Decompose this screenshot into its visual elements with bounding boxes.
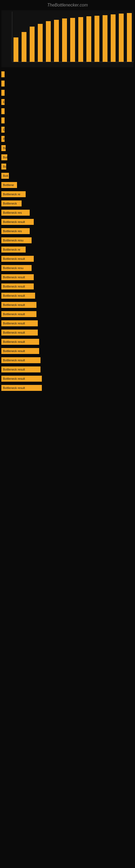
list-item: Bot <box>1 154 134 160</box>
list-item: Bottleneck result <box>1 219 134 225</box>
list-item <box>1 81 134 87</box>
svg-rect-14 <box>103 15 107 62</box>
svg-rect-9 <box>62 19 67 62</box>
item-bar: Bottleneck result <box>1 320 38 326</box>
svg-rect-16 <box>119 13 124 62</box>
svg-rect-4 <box>21 32 27 62</box>
item-bar: Bottleneck result <box>1 283 34 289</box>
svg-rect-6 <box>38 24 43 62</box>
list-item <box>1 108 134 114</box>
item-bar: B <box>1 136 5 142</box>
item-bar <box>1 81 5 87</box>
list-item: Bottleneck <box>1 200 134 207</box>
item-bar: Bottleneck resu <box>1 237 32 243</box>
item-bar: Bottleneck result <box>1 376 42 382</box>
item-bar: Bo <box>1 145 6 151</box>
list-item: E <box>1 127 134 133</box>
list-item: Bottleneck result <box>1 283 134 289</box>
list-item: Bottleneck result <box>1 348 134 354</box>
item-bar: Bottleneck result <box>1 219 34 225</box>
item-bar: Bottleneck res <box>1 228 30 234</box>
list-item: Bottleneck result <box>1 320 134 326</box>
list-item: B <box>1 136 134 142</box>
svg-rect-13 <box>94 16 99 62</box>
item-bar <box>1 71 5 77</box>
svg-rect-11 <box>78 17 83 62</box>
item-bar: Bottleneck resu <box>1 265 32 271</box>
item-bar: Bottleneck result <box>1 256 34 262</box>
svg-rect-8 <box>54 20 59 62</box>
item-bar: Bottlene <box>1 182 17 188</box>
list-item: Bottleneck re <box>1 247 134 252</box>
list-item: Bottleneck res <box>1 210 134 216</box>
item-bar <box>1 108 5 114</box>
list-item <box>1 71 134 77</box>
list-item: Bottleneck resu <box>1 237 134 243</box>
item-bar <box>1 90 5 96</box>
item-bar: Bottleneck result <box>1 293 35 299</box>
item-bar: Bottleneck result <box>1 385 42 391</box>
svg-rect-5 <box>30 27 35 62</box>
list-item <box>1 90 134 96</box>
list-item: Bottleneck result <box>1 330 134 336</box>
item-bar: Bottleneck result <box>1 357 41 363</box>
item-bar: Bottleneck result <box>1 302 37 308</box>
list-item: Bottleneck result <box>1 339 134 345</box>
item-bar: Bottleneck result <box>1 311 37 317</box>
item-bar: Bottleneck <box>1 200 21 207</box>
item-bar: Bottleneck result <box>1 348 39 354</box>
svg-rect-12 <box>86 16 91 62</box>
item-bar: Bottleneck result <box>1 274 34 280</box>
list-item: Bottleneck result <box>1 293 134 299</box>
item-bar: Bottleneck re <box>1 247 26 252</box>
list-item: Bottleneck res <box>1 228 134 234</box>
list-item: Bottleneck result <box>1 274 134 280</box>
list-item <box>1 118 134 123</box>
item-bar <box>1 118 5 123</box>
list-item: Bottlene <box>1 182 134 188</box>
site-title: TheBottlenecker.com <box>0 0 135 9</box>
list-item: Bottleneck result <box>1 367 134 372</box>
list-item: Bottleneck result <box>1 311 134 317</box>
page-container: TheBottlenecker.com <box>0 0 135 391</box>
list-item: Bo <box>1 163 134 169</box>
list-item: Bottleneck result <box>1 302 134 308</box>
items-list: E E B Bo Bot Bo Bott <box>0 71 135 391</box>
item-bar: E <box>1 127 5 133</box>
item-bar: Bottleneck result <box>1 367 41 372</box>
svg-rect-10 <box>70 18 75 62</box>
list-item: E <box>1 99 134 105</box>
list-item: Bottleneck re <box>1 191 134 197</box>
item-bar: Bottleneck re <box>1 191 26 197</box>
svg-rect-15 <box>111 14 116 62</box>
item-bar: Bot <box>1 154 7 160</box>
list-item: Bottleneck result <box>1 256 134 262</box>
list-item: Bo <box>1 145 134 151</box>
list-item: Bott <box>1 173 134 179</box>
list-item: Bottleneck result <box>1 376 134 382</box>
item-bar: Bott <box>1 173 9 179</box>
item-bar: Bo <box>1 163 6 169</box>
svg-rect-17 <box>127 13 132 62</box>
svg-rect-7 <box>46 21 51 62</box>
list-item: Bottleneck resu <box>1 265 134 271</box>
item-bar: Bottleneck result <box>1 330 38 336</box>
svg-rect-3 <box>13 37 18 62</box>
item-bar: Bottleneck result <box>1 339 39 345</box>
list-item: Bottleneck result <box>1 385 134 391</box>
item-bar: Bottleneck res <box>1 210 30 216</box>
chart-area <box>0 9 135 69</box>
list-item: Bottleneck result <box>1 357 134 363</box>
item-bar: E <box>1 99 5 105</box>
